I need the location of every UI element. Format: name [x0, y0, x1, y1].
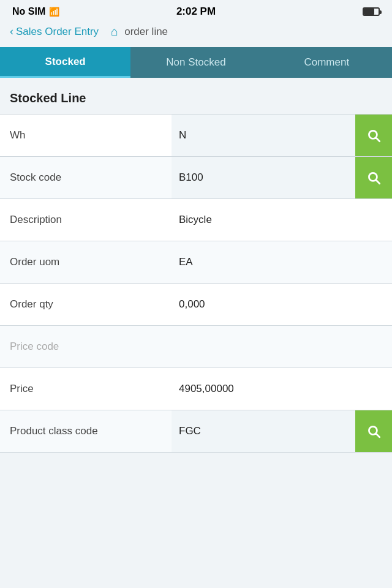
- field-label: Order uom: [0, 247, 172, 277]
- back-button[interactable]: ‹ Sales Order Entry: [10, 25, 99, 38]
- table-row: Price4905,00000: [0, 368, 392, 410]
- chevron-left-icon: ‹: [10, 25, 13, 38]
- tab-comment[interactable]: Comment: [262, 47, 392, 78]
- section-title: Stocked Line: [0, 78, 392, 114]
- carrier-info: No SIM 📶: [12, 6, 59, 17]
- form-table: WhN Stock codeB100 DescriptionBicycleOrd…: [0, 114, 392, 453]
- field-value[interactable]: EA: [172, 241, 392, 283]
- search-button[interactable]: [355, 115, 392, 156]
- search-icon: [366, 127, 382, 143]
- time-display: 2:02 PM: [176, 6, 216, 18]
- field-value[interactable]: B100: [172, 157, 355, 198]
- field-label: Stock code: [0, 163, 172, 192]
- field-value[interactable]: FGC: [172, 410, 355, 452]
- table-row: Order qty0,000: [0, 284, 392, 326]
- field-value: [172, 326, 392, 368]
- search-button[interactable]: [355, 157, 392, 198]
- page-title: order line: [124, 26, 168, 38]
- home-icon[interactable]: ⌂: [111, 24, 118, 39]
- field-label: Price code: [0, 332, 172, 361]
- back-label: Sales Order Entry: [16, 26, 99, 38]
- table-row: DescriptionBicycle: [0, 199, 392, 241]
- battery-area: [363, 7, 380, 16]
- table-row: Stock codeB100: [0, 157, 392, 199]
- field-value[interactable]: 4905,00000: [172, 368, 392, 410]
- field-value[interactable]: 0,000: [172, 284, 392, 325]
- field-label: Wh: [0, 121, 172, 150]
- search-button[interactable]: [355, 410, 392, 452]
- tabs-bar: Stocked Non Stocked Comment: [0, 47, 392, 78]
- field-label: Product class code: [0, 417, 172, 446]
- table-row: Product class codeFGC: [0, 410, 392, 453]
- battery-icon: [363, 7, 380, 16]
- tab-comment-label: Comment: [304, 56, 349, 69]
- tab-stocked-label: Stocked: [45, 56, 86, 68]
- search-icon: [366, 423, 382, 439]
- field-label: Price: [0, 374, 172, 404]
- table-row: WhN: [0, 115, 392, 157]
- nav-bar: ‹ Sales Order Entry ⌂ order line: [0, 21, 392, 47]
- tab-non-stocked-label: Non Stocked: [166, 56, 225, 69]
- carrier-label: No SIM: [12, 6, 45, 17]
- tab-stocked[interactable]: Stocked: [0, 47, 130, 78]
- wifi-icon: 📶: [49, 7, 59, 17]
- table-row: Order uomEA: [0, 241, 392, 284]
- field-label: Order qty: [0, 290, 172, 319]
- tab-non-stocked[interactable]: Non Stocked: [130, 47, 261, 78]
- table-row: Price code: [0, 326, 392, 368]
- status-bar: No SIM 📶 2:02 PM: [0, 0, 392, 21]
- field-value[interactable]: N: [172, 115, 355, 156]
- field-label: Description: [0, 205, 172, 235]
- field-value[interactable]: Bicycle: [172, 199, 392, 241]
- search-icon: [366, 170, 382, 186]
